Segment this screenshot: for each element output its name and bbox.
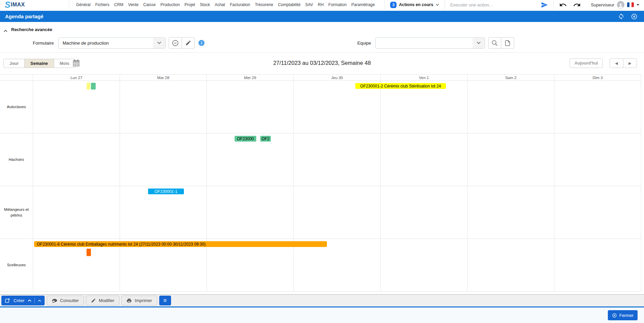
menu-item-rh[interactable]: RH: [318, 2, 324, 7]
calendar-event[interactable]: OF230001-2 Cérémix club Stérilisation lo…: [355, 83, 446, 89]
day-header-mar-28: Mar 28: [120, 75, 207, 80]
footer-bar: Fermer: [0, 306, 644, 323]
close-page-button[interactable]: Fermer: [608, 310, 638, 320]
calendar-event-block[interactable]: [87, 83, 90, 90]
menu-item-caisse[interactable]: Caisse: [143, 2, 156, 7]
calendar-cell[interactable]: [293, 133, 380, 186]
undo-icon[interactable]: [559, 1, 567, 9]
window-title-bar: Agenda partagé: [0, 11, 644, 22]
day-header-jeu-30: Jeu 30: [293, 75, 380, 80]
calendar-cell[interactable]: [554, 81, 641, 133]
create-split-caret-icon[interactable]: [38, 300, 41, 302]
formulaire-select[interactable]: Machine de production: [58, 38, 166, 49]
calendar-cell[interactable]: [380, 239, 467, 291]
calendar-cell[interactable]: [120, 133, 207, 186]
prev-button[interactable]: ◀: [610, 58, 623, 68]
menu-item-parametrage[interactable]: Paramétrage: [351, 2, 375, 7]
menu-item-vente[interactable]: Vente: [128, 2, 139, 7]
menu-item-achat[interactable]: Achat: [215, 2, 225, 7]
row-label: Autoclaves: [0, 81, 33, 133]
row-label: Hachoirs: [0, 133, 33, 186]
calendar-event-block[interactable]: [91, 83, 96, 90]
create-caret-icon: [28, 299, 31, 302]
modify-button[interactable]: Modifier: [86, 296, 119, 305]
create-button[interactable]: Créer: [1, 296, 45, 305]
more-menu-button[interactable]: ≡: [159, 296, 171, 305]
info-icon[interactable]: i: [198, 40, 205, 46]
calendar-cell[interactable]: [467, 239, 554, 291]
calendar-cell[interactable]: [467, 81, 554, 133]
menu-item-formation[interactable]: Formation: [328, 2, 347, 7]
day-header-lun-27: Lun 27: [33, 75, 120, 80]
actions-in-progress-button[interactable]: 3 Actions en cours: [384, 0, 445, 9]
search-equipe-button[interactable]: [488, 37, 501, 49]
menu-item-facturation[interactable]: Facturation: [230, 2, 250, 7]
actions-label: Actions en cours: [399, 2, 433, 7]
menu-item-fichiers[interactable]: Fichiers: [95, 2, 110, 7]
menu-item-sav[interactable]: SAV: [305, 2, 313, 7]
day-header-row: Lun 27Mar 28Mer 29Jeu 30Ven 1Sam 2Dim 3: [0, 74, 641, 81]
menu-item-tresorerie[interactable]: Trésorerie: [255, 2, 273, 7]
formulaire-value: Machine de production: [58, 41, 153, 46]
view-button-semaine[interactable]: Semaine: [24, 59, 54, 68]
advanced-search-toggle[interactable]: Recherche avancée: [0, 22, 644, 33]
calendar-cell[interactable]: [207, 186, 293, 239]
new-document-button[interactable]: [501, 37, 514, 49]
calendar-cell[interactable]: [33, 133, 120, 186]
calendar-cell[interactable]: [207, 81, 293, 133]
next-button[interactable]: ▶: [623, 58, 637, 68]
logo-imax: IMAX: [11, 2, 25, 8]
calendar-cell[interactable]: [293, 186, 380, 239]
calendar-event[interactable]: OF230001-8 Cérémix club Emballages nutri…: [34, 241, 327, 247]
user-caret-icon: [637, 4, 639, 6]
simax-logo[interactable]: S IMAX: [0, 0, 69, 9]
consult-button[interactable]: Consulter: [47, 296, 84, 305]
menu-item-comptabilite[interactable]: Comptabilité: [278, 2, 301, 7]
execute-action-input[interactable]: [450, 2, 538, 7]
menu-item-production[interactable]: Production: [160, 2, 180, 7]
calendar-cell[interactable]: [120, 81, 207, 133]
page-title: Agenda partagé: [5, 14, 43, 19]
calendar-cell[interactable]: [33, 81, 120, 133]
actions-count-badge: 3: [390, 2, 397, 8]
calendar-cell[interactable]: [380, 186, 467, 239]
eye-icon: [52, 298, 57, 303]
edit-form-button[interactable]: [182, 37, 195, 49]
calendar-cell[interactable]: [554, 133, 641, 186]
machine-row-autoclaves: AutoclavesOF230001-2 Cérémix club Stéril…: [0, 81, 641, 133]
close-icon[interactable]: [631, 13, 638, 20]
print-button[interactable]: Imprimer: [121, 296, 157, 305]
machine-row-hachoirs: HachoirsOF23000OF2: [0, 133, 641, 186]
today-button[interactable]: Aujourd'hui: [570, 58, 603, 68]
user-menu[interactable]: Superviseur: [586, 0, 644, 9]
equipe-label: Equipe: [357, 41, 371, 46]
remove-filter-button[interactable]: [169, 37, 182, 49]
row-label: Mélangeurs et pétrins: [0, 186, 33, 239]
row-label: Scelleuses: [0, 239, 33, 291]
hamburger-icon: ≡: [163, 297, 167, 304]
menu-item-projet[interactable]: Projet: [185, 2, 195, 7]
language-flag-fr[interactable]: [627, 2, 634, 7]
calendar-event[interactable]: OF2: [260, 136, 271, 142]
main-menu: GénéralFichiersCRMVenteCaisseProductionP…: [69, 2, 384, 7]
calendar-event-block[interactable]: [87, 249, 91, 256]
send-icon[interactable]: [541, 1, 548, 8]
refresh-icon[interactable]: [618, 13, 624, 20]
history-buttons: [554, 0, 586, 9]
calendar-cell[interactable]: [467, 186, 554, 239]
calendar-event[interactable]: OF23000: [235, 136, 256, 142]
advanced-search-label: Recherche avancée: [11, 27, 52, 32]
redo-icon[interactable]: [573, 1, 581, 9]
calendar-cell[interactable]: [554, 186, 641, 239]
avatar: [617, 1, 624, 8]
menu-item-stock[interactable]: Stock: [200, 2, 210, 7]
calendar-cell[interactable]: [467, 133, 554, 186]
calendar-cell[interactable]: [380, 133, 467, 186]
equipe-select[interactable]: [375, 38, 485, 49]
menu-item-crm[interactable]: CRM: [114, 2, 123, 7]
menu-item-general[interactable]: Général: [76, 2, 91, 7]
calendar-cell[interactable]: [33, 186, 120, 239]
search-icon: [491, 40, 498, 47]
calendar-cell[interactable]: [554, 239, 641, 291]
calendar-event[interactable]: OF230001-1: [148, 189, 184, 194]
